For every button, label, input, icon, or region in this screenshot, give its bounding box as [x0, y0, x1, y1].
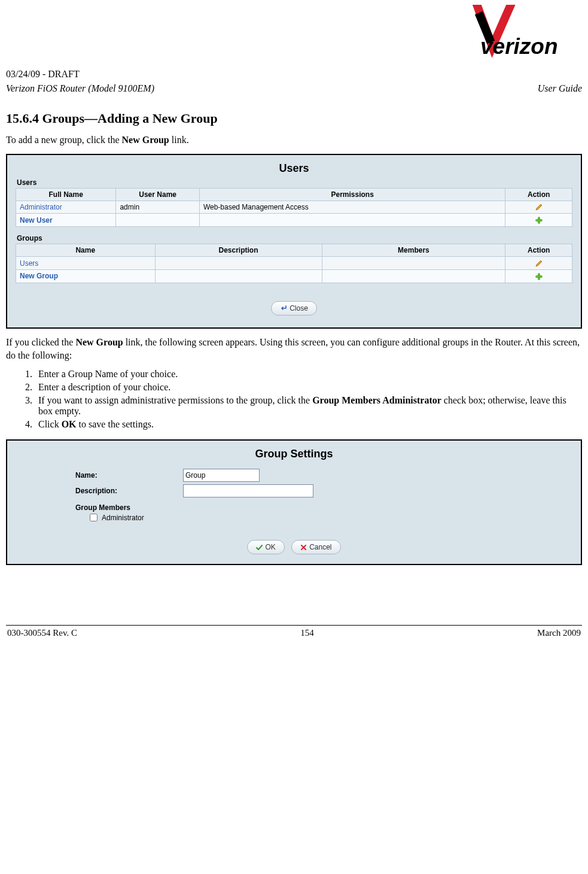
table-row: Users — [16, 257, 572, 270]
col-action: Action — [505, 188, 572, 201]
after-paragraph: If you clicked the New Group link, the f… — [6, 336, 582, 362]
step-3: If you want to assign administrative per… — [35, 395, 582, 417]
users-title: Users — [16, 162, 572, 175]
col-members: Members — [322, 244, 505, 257]
model-name: Verizon FiOS Router (Model 9100EM) — [6, 83, 154, 94]
col-full-name: Full Name — [16, 188, 116, 201]
group-members-heading: Group Members — [75, 503, 513, 512]
close-button[interactable]: Close — [271, 301, 317, 315]
svg-text:verizon: verizon — [480, 34, 558, 59]
name-label: Name: — [75, 471, 183, 480]
users-table-label: Users — [17, 178, 572, 187]
groups-table: Name Description Members Action Users Ne… — [16, 244, 572, 283]
intro-paragraph: To add a new group, click the New Group … — [6, 133, 582, 147]
col-name: Name — [16, 244, 156, 257]
new-user-link[interactable]: New User — [16, 214, 116, 227]
draft-date: 03/24/09 - DRAFT — [6, 69, 582, 80]
step-2: Enter a description of your choice. — [35, 382, 582, 393]
edit-group-action[interactable] — [505, 257, 572, 270]
add-group-action[interactable] — [505, 270, 572, 283]
description-label: Description: — [75, 487, 183, 495]
pencil-icon — [535, 259, 543, 268]
pencil-icon — [535, 203, 543, 211]
user-permissions: Web-based Management Access — [199, 201, 505, 214]
footer-page: 154 — [300, 628, 314, 638]
group-name[interactable]: Users — [16, 257, 156, 270]
verizon-logo: verizon — [456, 5, 582, 62]
svg-rect-2 — [535, 220, 542, 221]
svg-rect-4 — [535, 275, 542, 277]
footer-date: March 2009 — [537, 628, 581, 638]
cancel-button[interactable]: Cancel — [291, 540, 340, 554]
groups-table-label: Groups — [17, 234, 572, 242]
steps-list: Enter a Group Name of your choice. Enter… — [24, 369, 582, 430]
col-permissions: Permissions — [199, 188, 505, 201]
return-icon — [280, 305, 287, 312]
doc-type: User Guide — [538, 83, 582, 94]
user-user-name: admin — [116, 201, 200, 214]
table-row: New User — [16, 214, 572, 227]
table-row: New Group — [16, 270, 572, 283]
new-group-link[interactable]: New Group — [16, 270, 156, 283]
step-1: Enter a Group Name of your choice. — [35, 369, 582, 380]
add-user-action[interactable] — [505, 214, 572, 227]
group-settings-title: Group Settings — [16, 448, 572, 460]
administrator-checkbox[interactable] — [90, 514, 98, 521]
footer-rev: 030-300554 Rev. C — [7, 628, 77, 638]
section-heading: 15.6.4 Groups—Adding a New Group — [6, 111, 582, 126]
group-settings-screenshot: Group Settings Name: Description: Group … — [6, 439, 582, 565]
users-table: Full Name User Name Permissions Action A… — [16, 188, 572, 227]
table-row: Administrator admin Web-based Management… — [16, 201, 572, 214]
ok-button[interactable]: OK — [247, 540, 284, 554]
col-action-g: Action — [505, 244, 572, 257]
administrator-label: Administrator — [102, 514, 144, 522]
users-screenshot: Users Users Full Name User Name Permissi… — [6, 154, 582, 329]
plus-icon — [535, 272, 543, 281]
plus-icon — [535, 216, 543, 224]
step-4: Click OK to save the settings. — [35, 419, 582, 430]
check-icon — [256, 544, 263, 551]
edit-user-action[interactable] — [505, 201, 572, 214]
description-input[interactable] — [183, 484, 313, 497]
x-icon — [300, 544, 307, 551]
col-user-name: User Name — [116, 188, 200, 201]
name-input[interactable] — [183, 469, 260, 482]
user-full-name[interactable]: Administrator — [16, 201, 116, 214]
col-description: Description — [155, 244, 322, 257]
